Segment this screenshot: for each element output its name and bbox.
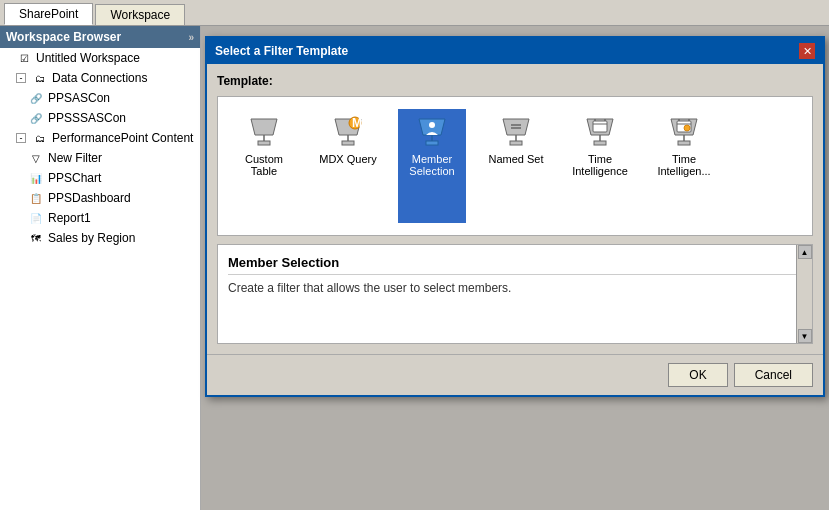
svg-text:M: M bbox=[352, 116, 362, 130]
cancel-button[interactable]: Cancel bbox=[734, 363, 813, 387]
sidebar-item-report1[interactable]: 📄 Report1 bbox=[0, 208, 200, 228]
template-member-selection[interactable]: Member Selection bbox=[398, 109, 466, 223]
filter-template-modal: Select a Filter Template ✕ Template: bbox=[205, 36, 825, 397]
sidebar-item-ppsdashboard[interactable]: 📋 PPSDashboard bbox=[0, 188, 200, 208]
sidebar-item-label: Sales by Region bbox=[48, 231, 135, 245]
sidebar-item-label: PerformancePoint Content bbox=[52, 131, 193, 145]
template-section-label: Template: bbox=[217, 74, 813, 88]
sidebar-item-label: PPSChart bbox=[48, 171, 101, 185]
sidebar-item-label: PPSDashboard bbox=[48, 191, 131, 205]
mdx-query-icon: M bbox=[328, 113, 368, 149]
scroll-down-button[interactable]: ▼ bbox=[798, 329, 812, 343]
svg-marker-0 bbox=[251, 119, 277, 135]
connection-icon: 🔗 bbox=[28, 90, 44, 106]
template-label-text: Custom Table bbox=[234, 153, 294, 177]
sidebar-collapse-button[interactable]: » bbox=[188, 32, 194, 43]
svg-rect-23 bbox=[594, 141, 606, 145]
report-icon: 📄 bbox=[28, 210, 44, 226]
sidebar-item-label: Untitled Workspace bbox=[36, 51, 140, 65]
sidebar-item-label: New Filter bbox=[48, 151, 102, 165]
modal-body: Template: Custom Table bbox=[207, 64, 823, 354]
svg-point-29 bbox=[684, 125, 690, 131]
dashboard-icon: 📋 bbox=[28, 190, 44, 206]
sidebar-item-label: Report1 bbox=[48, 211, 91, 225]
modal-overlay: Select a Filter Template ✕ Template: bbox=[201, 26, 829, 510]
sidebar-title: Workspace Browser bbox=[6, 30, 121, 44]
template-named-set[interactable]: Named Set bbox=[482, 109, 550, 223]
sidebar-item-label: PPSASCon bbox=[48, 91, 110, 105]
svg-rect-18 bbox=[593, 121, 607, 132]
sidebar-item-new-filter[interactable]: ▽ New Filter bbox=[0, 148, 200, 168]
ok-button[interactable]: OK bbox=[668, 363, 727, 387]
template-label-text: Member Selection bbox=[402, 153, 462, 177]
modal-title-bar: Select a Filter Template ✕ bbox=[207, 38, 823, 64]
svg-marker-12 bbox=[503, 119, 529, 135]
modal-title-text: Select a Filter Template bbox=[215, 44, 348, 58]
template-label-text: Time Intelligence bbox=[570, 153, 630, 177]
sidebar-item-ppsssascon[interactable]: 🔗 PPSSSASCon bbox=[0, 108, 200, 128]
modal-close-button[interactable]: ✕ bbox=[799, 43, 815, 59]
template-label-text: Time Intelligen... bbox=[654, 153, 714, 177]
custom-table-icon bbox=[244, 113, 284, 149]
sidebar-item-label: Data Connections bbox=[52, 71, 147, 85]
sidebar-item-sales-by-region[interactable]: 🗺 Sales by Region bbox=[0, 228, 200, 248]
modal-footer: OK Cancel bbox=[207, 354, 823, 395]
description-text: Create a filter that allows the user to … bbox=[228, 281, 802, 295]
template-mdx-query[interactable]: M MDX Query bbox=[314, 109, 382, 223]
svg-rect-7 bbox=[342, 141, 354, 145]
expand-icon[interactable]: - bbox=[16, 73, 26, 83]
content-area: PerformancePoint Content Select a Filter… bbox=[201, 26, 829, 510]
sidebar-header: Workspace Browser » bbox=[0, 26, 200, 48]
chart-icon: 📊 bbox=[28, 170, 44, 186]
sidebar: Workspace Browser » ☑ Untitled Workspace… bbox=[0, 26, 201, 510]
map-icon: 🗺 bbox=[28, 230, 44, 246]
template-time-intelligence2[interactable]: Time Intelligen... bbox=[650, 109, 718, 223]
template-label-text: MDX Query bbox=[319, 153, 376, 165]
sidebar-item-ppssascon[interactable]: 🔗 PPSASCon bbox=[0, 88, 200, 108]
folder-icon: 🗂 bbox=[32, 70, 48, 86]
member-selection-icon bbox=[412, 113, 452, 149]
top-tab-bar: SharePoint Workspace bbox=[0, 0, 829, 26]
tab-workspace[interactable]: Workspace bbox=[95, 4, 185, 25]
template-custom-table[interactable]: Custom Table bbox=[230, 109, 298, 223]
sidebar-item-untitled-workspace[interactable]: ☑ Untitled Workspace bbox=[0, 48, 200, 68]
svg-rect-2 bbox=[258, 141, 270, 145]
tab-sharepoint[interactable]: SharePoint bbox=[4, 3, 93, 25]
expand-icon[interactable]: - bbox=[16, 133, 26, 143]
template-area: Custom Table M bbox=[217, 96, 813, 236]
sidebar-item-data-connections[interactable]: - 🗂 Data Connections bbox=[0, 68, 200, 88]
description-area: Member Selection Create a filter that al… bbox=[217, 244, 813, 344]
main-layout: Workspace Browser » ☑ Untitled Workspace… bbox=[0, 26, 829, 510]
sidebar-item-performancepoint[interactable]: - 🗂 PerformancePoint Content bbox=[0, 128, 200, 148]
template-time-intelligence[interactable]: Time Intelligence bbox=[566, 109, 634, 223]
description-title: Member Selection bbox=[228, 255, 802, 275]
time-intelligence2-icon bbox=[664, 113, 704, 149]
sidebar-item-label: PPSSSASCon bbox=[48, 111, 126, 125]
folder-icon: 🗂 bbox=[32, 130, 48, 146]
connection-icon: 🔗 bbox=[28, 110, 44, 126]
svg-rect-31 bbox=[678, 141, 690, 145]
checkbox-icon: ☑ bbox=[16, 50, 32, 66]
scroll-up-button[interactable]: ▲ bbox=[798, 245, 812, 259]
svg-point-9 bbox=[429, 122, 435, 128]
description-scrollbar: ▲ ▼ bbox=[796, 245, 812, 343]
filter-icon: ▽ bbox=[28, 150, 44, 166]
sidebar-item-ppschart[interactable]: 📊 PPSChart bbox=[0, 168, 200, 188]
time-intelligence-icon bbox=[580, 113, 620, 149]
template-label-text: Named Set bbox=[488, 153, 543, 165]
svg-rect-11 bbox=[426, 141, 438, 145]
svg-rect-16 bbox=[510, 141, 522, 145]
named-set-icon bbox=[496, 113, 536, 149]
